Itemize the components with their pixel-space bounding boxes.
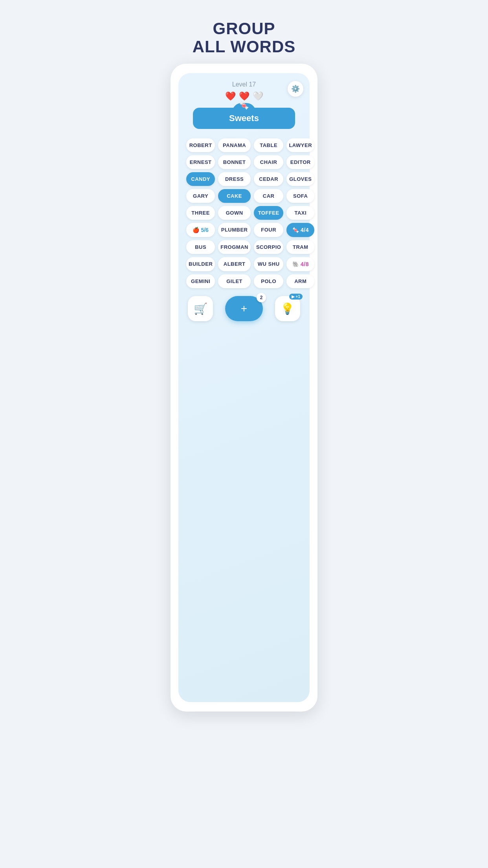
- word-arm[interactable]: ARM: [286, 274, 314, 288]
- word-albert[interactable]: ALBERT: [218, 257, 251, 271]
- apple-count: 5/6: [201, 227, 208, 233]
- word-plumber[interactable]: PLUMBER: [218, 223, 251, 237]
- bottom-bar: 🛒 + 2 💡 ▶ +1: [185, 296, 303, 321]
- word-bonnet[interactable]: BONNET: [218, 155, 251, 169]
- page-title: GROUP ALL WORDS: [171, 20, 317, 56]
- title-section: GROUP ALL WORDS: [163, 8, 325, 64]
- level-label: Level 17: [185, 81, 303, 88]
- banner-shape: 🍬 Sweets: [193, 108, 295, 129]
- hint-button[interactable]: 💡 ▶ +1: [275, 296, 300, 321]
- apple-icon: 🍎: [193, 227, 199, 233]
- level-header: Level 17 ❤️ ❤️ 🤍 ⚙️: [185, 81, 303, 101]
- phone-frame: Level 17 ❤️ ❤️ 🤍 ⚙️ 🍬 Sweets: [171, 64, 317, 712]
- heart-2: ❤️: [239, 91, 250, 101]
- word-dress[interactable]: DRESS: [218, 172, 251, 186]
- category-name: Sweets: [229, 113, 259, 123]
- phone-inner: Level 17 ❤️ ❤️ 🤍 ⚙️ 🍬 Sweets: [178, 73, 310, 702]
- elephant-counter-chip[interactable]: 🐘 4/8: [286, 257, 314, 271]
- add-label: +: [241, 302, 247, 314]
- candy-counter-chip[interactable]: 🍬 4/4: [286, 223, 314, 237]
- word-scorpio[interactable]: SCORPIO: [254, 240, 283, 254]
- word-cake[interactable]: CAKE: [218, 189, 251, 203]
- word-car[interactable]: CAR: [254, 189, 283, 203]
- heart-1: ❤️: [225, 91, 236, 101]
- word-bus[interactable]: BUS: [186, 240, 215, 254]
- word-panama[interactable]: PANAMA: [218, 138, 251, 152]
- candy-banner-icon: 🍬: [239, 101, 249, 110]
- gear-icon: ⚙️: [291, 85, 300, 93]
- word-polo[interactable]: POLO: [254, 274, 283, 288]
- add-badge: 2: [257, 293, 266, 302]
- shop-button[interactable]: 🛒: [188, 296, 213, 321]
- word-frogman[interactable]: FROGMAN: [218, 240, 251, 254]
- heart-3: 🤍: [253, 91, 263, 101]
- hearts-row: ❤️ ❤️ 🤍: [185, 91, 303, 101]
- word-three[interactable]: THREE: [186, 206, 215, 220]
- category-banner: 🍬 Sweets: [185, 108, 303, 129]
- word-sofa[interactable]: SOFA: [286, 189, 314, 203]
- words-grid: ROBERT PANAMA TABLE LAWYER ERNEST BONNET…: [185, 138, 303, 288]
- hint-badge: ▶ +1: [289, 294, 303, 300]
- word-gary[interactable]: GARY: [186, 189, 215, 203]
- word-gemini[interactable]: GEMINI: [186, 274, 215, 288]
- word-wushu[interactable]: WU SHU: [254, 257, 283, 271]
- word-four[interactable]: FOUR: [254, 223, 283, 237]
- candy-counter-icon: 🍬: [292, 227, 299, 233]
- add-button[interactable]: + 2: [225, 296, 263, 321]
- apple-counter-chip[interactable]: 🍎 5/6: [186, 223, 215, 237]
- word-builder[interactable]: BUILDER: [186, 257, 215, 271]
- word-table[interactable]: TABLE: [254, 138, 283, 152]
- word-cedar[interactable]: CEDAR: [254, 172, 283, 186]
- app-container: GROUP ALL WORDS Level 17 ❤️ ❤️ 🤍 ⚙️: [163, 8, 325, 712]
- word-chair[interactable]: CHAIR: [254, 155, 283, 169]
- candy-count: 4/4: [301, 227, 309, 233]
- word-candy[interactable]: CANDY: [186, 172, 215, 186]
- elephant-count: 4/8: [301, 261, 309, 267]
- word-gilet[interactable]: GILET: [218, 274, 251, 288]
- word-toffee[interactable]: TOFFEE: [254, 206, 283, 220]
- word-editor[interactable]: EDITOR: [286, 155, 314, 169]
- word-gloves[interactable]: GLOVES: [286, 172, 314, 186]
- word-taxi[interactable]: TAXI: [286, 206, 314, 220]
- word-tram[interactable]: TRAM: [286, 240, 314, 254]
- word-gown[interactable]: GOWN: [218, 206, 251, 220]
- elephant-icon: 🐘: [292, 261, 299, 267]
- word-lawyer[interactable]: LAWYER: [286, 138, 314, 152]
- shop-icon: 🛒: [194, 302, 207, 315]
- hint-icon: 💡: [281, 302, 294, 315]
- word-ernest[interactable]: ERNEST: [186, 155, 215, 169]
- word-robert[interactable]: ROBERT: [186, 138, 215, 152]
